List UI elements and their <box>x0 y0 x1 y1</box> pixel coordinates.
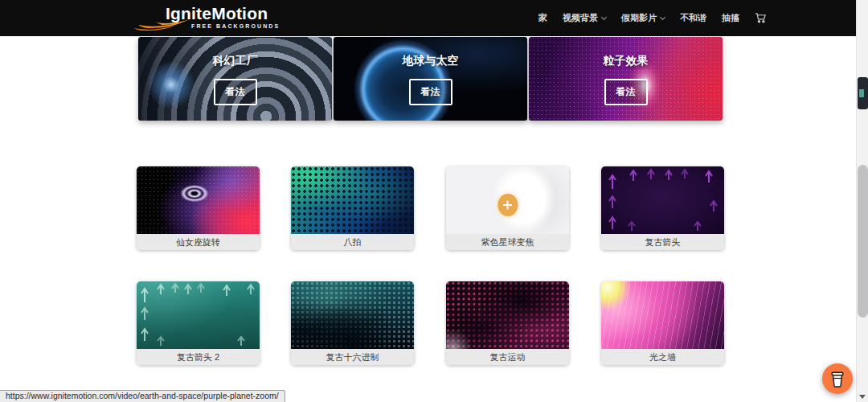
view-button[interactable]: 看法 <box>409 79 452 105</box>
featured-card-title: 科幻工厂 <box>138 54 332 68</box>
scrollbar-down-arrow[interactable] <box>859 395 866 399</box>
nav-item-video-backgrounds[interactable]: 视频背景 <box>563 12 606 24</box>
nav-item-home[interactable]: 家 <box>538 12 547 24</box>
tile-label: 复古十六进制 <box>291 349 414 365</box>
scrollbar-marker <box>858 77 868 109</box>
video-thumbnail[interactable] <box>137 166 260 234</box>
shopping-cart-icon[interactable] <box>755 12 767 24</box>
view-button[interactable]: 看法 <box>604 79 648 105</box>
video-thumbnail[interactable] <box>601 166 724 234</box>
featured-card-title: 地球与太空 <box>334 54 527 68</box>
coffee-cup-icon <box>829 370 845 388</box>
arrow-pattern <box>601 166 724 234</box>
browser-status-bar: https://www.ignitemotion.com/video/earth… <box>0 390 285 402</box>
video-thumbnail[interactable] <box>291 281 414 349</box>
video-tile-retro-motion[interactable]: 复古运动 <box>446 281 569 365</box>
browser-viewport: IgniteMotion FREE BACKGROUNDS 家 视频背景 假期影… <box>0 0 868 402</box>
arrow-pattern <box>137 281 260 349</box>
tile-label: 光之墙 <box>601 349 724 365</box>
scrollbar-thumb[interactable] <box>858 165 868 318</box>
site-header: IgniteMotion FREE BACKGROUNDS 家 视频背景 假期影… <box>0 0 868 36</box>
tile-label: 紫色星球变焦 <box>446 234 569 250</box>
coffee-button[interactable] <box>822 363 853 394</box>
tile-label: 八拍 <box>291 234 414 250</box>
nav-item-discord[interactable]: 不和谐 <box>680 12 706 24</box>
site-logo[interactable]: IgniteMotion FREE BACKGROUNDS <box>143 2 264 35</box>
nav-item-twitch[interactable]: 抽搐 <box>722 12 739 24</box>
video-thumbnail[interactable] <box>137 281 260 349</box>
nav-item-holiday-videos[interactable]: 假期影片 <box>621 12 665 24</box>
featured-card-earth-space[interactable]: 地球与太空 看法 <box>334 37 527 121</box>
featured-card-scifi-factory[interactable]: 科幻工厂 看法 <box>138 37 332 121</box>
video-tile-retro-arrows-2[interactable]: 复古箭头 2 <box>137 281 260 365</box>
video-tile-andromeda-rotation[interactable]: 仙女座旋转 <box>137 166 260 250</box>
scrollbar[interactable] <box>856 0 868 402</box>
featured-card-title: 粒子效果 <box>529 54 723 68</box>
loading-plus-icon <box>497 194 518 216</box>
video-tile-retro-hex[interactable]: 复古十六进制 <box>291 281 414 365</box>
view-button[interactable]: 看法 <box>214 79 257 105</box>
video-thumbnail[interactable] <box>291 166 414 234</box>
tile-label: 复古箭头 <box>601 234 724 250</box>
logo-subtitle: FREE BACKGROUNDS <box>191 23 280 29</box>
video-thumbnail[interactable] <box>446 166 569 234</box>
chevron-down-icon <box>660 14 665 19</box>
featured-card-particle-effects[interactable]: 粒子效果 看法 <box>529 37 723 121</box>
logo-title: IgniteMotion <box>166 4 268 23</box>
chevron-down-icon <box>601 14 607 19</box>
video-tile-wall-of-light[interactable]: 光之墙 <box>601 281 724 365</box>
tile-label: 仙女座旋转 <box>137 234 260 250</box>
video-tile-eight-beat[interactable]: 八拍 <box>291 166 414 250</box>
video-thumbnail[interactable] <box>601 281 724 349</box>
video-thumbnail[interactable] <box>446 281 569 349</box>
main-nav: 家 视频背景 假期影片 不和谐 抽搐 <box>538 0 767 36</box>
tile-label: 复古运动 <box>446 349 569 365</box>
scrollbar-marker-chip <box>859 89 864 97</box>
video-tile-retro-arrows[interactable]: 复古箭头 <box>601 166 724 250</box>
tile-label: 复古箭头 2 <box>137 349 260 365</box>
video-tile-purple-planet-zoom[interactable]: 紫色星球变焦 <box>446 166 569 250</box>
